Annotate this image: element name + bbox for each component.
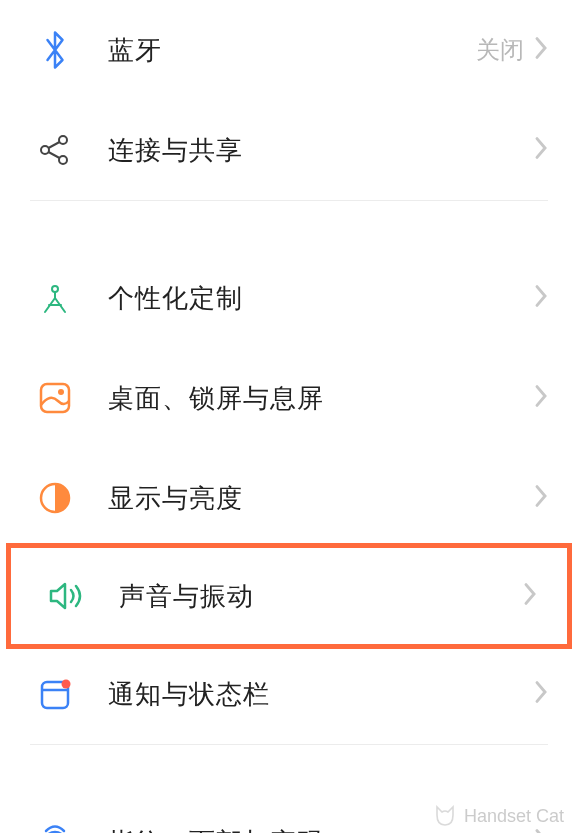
notification-icon <box>30 677 80 711</box>
brightness-icon <box>30 481 80 515</box>
bluetooth-icon <box>30 30 80 70</box>
settings-item-connect-share[interactable]: 连接与共享 <box>0 100 578 200</box>
settings-item-sound[interactable]: 声音与振动 <box>11 548 567 644</box>
chevron-right-icon <box>523 582 537 610</box>
fingerprint-icon <box>30 823 80 833</box>
settings-item-label: 个性化定制 <box>80 281 534 316</box>
settings-item-notification[interactable]: 通知与状态栏 <box>0 644 578 744</box>
compass-icon <box>30 280 80 316</box>
highlighted-item: 声音与振动 <box>6 543 572 649</box>
svg-point-0 <box>41 146 49 154</box>
section-gap <box>0 200 578 248</box>
svg-line-3 <box>49 142 60 148</box>
wallpaper-icon <box>30 381 80 415</box>
settings-item-value: 关闭 <box>476 34 524 66</box>
settings-item-label: 指纹、面部与密码 <box>80 825 534 834</box>
settings-list: 蓝牙 关闭 连接与共享 <box>0 0 578 833</box>
settings-item-home-lock[interactable]: 桌面、锁屏与息屏 <box>0 348 578 448</box>
svg-point-15 <box>62 680 71 689</box>
settings-item-personalization[interactable]: 个性化定制 <box>0 248 578 348</box>
sound-icon <box>41 580 91 612</box>
settings-item-display[interactable]: 显示与亮度 <box>0 448 578 548</box>
settings-item-label: 声音与振动 <box>91 579 523 614</box>
settings-item-bluetooth[interactable]: 蓝牙 关闭 <box>0 0 578 100</box>
settings-item-label: 连接与共享 <box>80 133 534 168</box>
settings-item-label: 通知与状态栏 <box>80 677 534 712</box>
share-icon <box>30 132 80 168</box>
svg-line-4 <box>49 152 60 158</box>
settings-item-label: 显示与亮度 <box>80 481 534 516</box>
chevron-right-icon <box>534 680 548 708</box>
svg-point-11 <box>58 389 64 395</box>
svg-point-2 <box>59 156 67 164</box>
settings-item-label: 蓝牙 <box>80 33 476 68</box>
svg-point-1 <box>59 136 67 144</box>
chevron-right-icon <box>534 284 548 312</box>
chevron-right-icon <box>534 828 548 833</box>
settings-item-biometric[interactable]: 指纹、面部与密码 <box>0 792 578 833</box>
chevron-right-icon <box>534 484 548 512</box>
chevron-right-icon <box>534 384 548 412</box>
section-gap <box>0 744 578 792</box>
chevron-right-icon <box>534 136 548 164</box>
chevron-right-icon <box>534 36 548 64</box>
settings-item-label: 桌面、锁屏与息屏 <box>80 381 534 416</box>
